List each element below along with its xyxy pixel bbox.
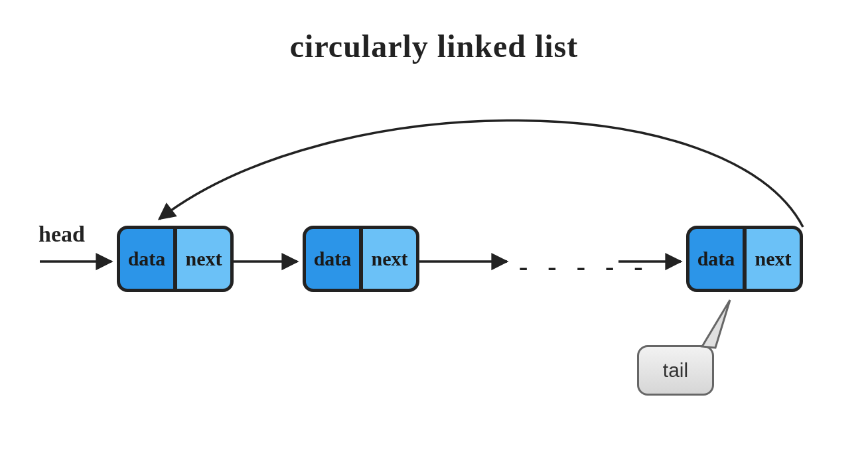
head-label: head (38, 222, 85, 247)
ellipsis-label: - - - - - (519, 251, 650, 282)
node-0-data-cell: data (117, 226, 175, 292)
tail-bubble: tail (637, 345, 714, 396)
node-2: data next (686, 226, 803, 292)
node-0: data next (117, 226, 234, 292)
circular-arrow-icon (159, 120, 803, 227)
node-1: data next (303, 226, 419, 292)
tail-pointer-icon (702, 300, 730, 348)
node-1-next-cell: next (361, 226, 419, 292)
node-2-data-cell: data (686, 226, 745, 292)
diagram-title: circularly linked list (0, 28, 868, 64)
node-2-next-cell: next (745, 226, 803, 292)
node-1-data-cell: data (303, 226, 361, 292)
tail-label: tail (663, 359, 688, 382)
diagram-canvas: circularly linked list head data next da… (0, 0, 868, 454)
node-0-next-cell: next (175, 226, 234, 292)
